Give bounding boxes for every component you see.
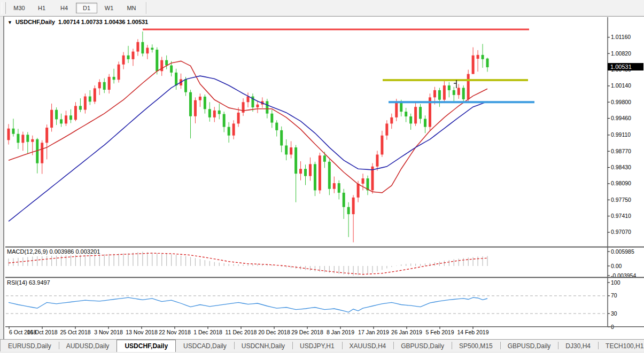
rsi-label: RSI(14) 63.9497 <box>7 279 50 286</box>
candle-down <box>113 77 115 80</box>
candle-up <box>467 74 470 99</box>
candle-up <box>7 129 10 140</box>
candle-down <box>419 107 422 119</box>
date-axis-label: 17 Jan 2019 <box>358 329 389 335</box>
candle-up <box>333 183 336 189</box>
date-axis-label: 25 Oct 2018 <box>60 329 90 335</box>
candle-down <box>89 97 91 102</box>
candle-up <box>98 82 101 89</box>
rsi-axis-label: 30 <box>611 310 617 317</box>
candle-up <box>309 164 312 176</box>
candle-up <box>362 178 364 184</box>
candle-down <box>228 127 230 136</box>
candle-down <box>275 123 278 130</box>
price-axis-label: 1.00820 <box>611 50 631 57</box>
candle-down <box>17 134 19 143</box>
candle-up <box>41 143 43 163</box>
price-axis-label: 0.98770 <box>611 148 631 154</box>
timeframe-button-d1[interactable]: D1 <box>76 3 97 13</box>
timeframe-button-h1[interactable]: H1 <box>31 3 52 13</box>
chart-tab-xauusd-h4[interactable]: XAUUSD,H4 <box>342 340 394 352</box>
candle-up <box>472 56 475 74</box>
hline-blue-support[interactable] <box>389 101 534 103</box>
candle-up <box>94 88 96 101</box>
price-axis-label: 0.98430 <box>611 164 631 170</box>
date-axis-label: 8 Jan 2019 <box>327 329 354 335</box>
date-axis-label: 14 Feb 2019 <box>457 329 489 335</box>
candle-down <box>347 207 350 214</box>
price-axis-label: 1.01160 <box>611 34 631 40</box>
macd-name: MACD(12,26,9) <box>7 248 48 255</box>
chart-tab-gbpusd-daily[interactable]: GBPUSD,Daily <box>500 340 558 352</box>
candle-down <box>323 155 326 162</box>
timeframe-button-mn[interactable]: MN <box>121 3 142 13</box>
chart-tab-usdcnh-daily[interactable]: USDCNH,Daily <box>234 340 292 352</box>
timeframe-button-h4[interactable]: H4 <box>53 3 75 13</box>
candle-down <box>69 115 72 120</box>
date-axis-label: 20 Dec 2018 <box>258 329 290 335</box>
candle-down <box>314 164 316 190</box>
chart-tab-sp500-m15[interactable]: SP500,M15 <box>452 340 500 352</box>
rsi-value: 63.9497 <box>29 279 50 286</box>
macd-main-value: 0.003986 <box>49 248 74 255</box>
candle-up <box>414 107 417 123</box>
date-axis-label: 3 Nov 2018 <box>94 329 123 335</box>
date-axis-label: 13 Nov 2018 <box>126 329 158 335</box>
chart-tab-dj30-h4[interactable]: DJ30,H4 <box>558 340 598 352</box>
candle-up <box>457 88 460 95</box>
chart-tab-usdchf-daily[interactable]: USDCHF,Daily <box>117 340 176 352</box>
candle-down <box>103 82 106 90</box>
candle-up <box>84 97 87 110</box>
chart-canvas[interactable]: 1.011601.008201.004801.001400.998000.994… <box>4 17 644 339</box>
date-axis-label: 29 Dec 2018 <box>291 329 323 335</box>
candle-up <box>118 65 120 80</box>
rsi-name: RSI(14) <box>7 279 27 286</box>
candle-down <box>482 55 484 59</box>
candle-down <box>208 109 211 117</box>
candle-up <box>352 198 355 214</box>
candle-up <box>477 55 479 59</box>
price-axis-label: 0.99110 <box>611 131 631 138</box>
pane-divider[interactable] <box>5 277 644 278</box>
price-axis-label: 0.97070 <box>611 229 631 235</box>
chart-tab-eurusd-daily[interactable]: EURUSD,Daily <box>1 340 59 352</box>
toolbar-grip-icon[interactable] <box>2 2 6 14</box>
price-axis-label: 1.00140 <box>611 82 631 89</box>
candle-down <box>270 114 273 123</box>
macd-signal-value: 0.003201 <box>75 248 100 255</box>
chart-tab-usdcad-daily[interactable]: USDCAD,Daily <box>176 340 234 352</box>
candle-up <box>390 117 393 124</box>
chart-symbol-period: USDCHF,Daily <box>15 19 55 25</box>
candle-down <box>294 147 297 174</box>
hline-resistance[interactable] <box>143 29 529 30</box>
candle-down <box>26 135 29 142</box>
date-axis-label: 1 Dec 2018 <box>193 329 222 335</box>
chart-tab-gbpusd-daily[interactable]: GBPUSD,Daily <box>393 340 452 352</box>
toolbar-separator <box>146 2 147 14</box>
chart-tab-tech100-h1[interactable]: TECH100,H1 <box>598 340 644 352</box>
macd-axis-label: 0.005985 <box>611 248 634 255</box>
candle-up <box>299 169 302 174</box>
chart-tab-bar: EURUSD,DailyAUDUSD,DailyUSDCHF,DailyUSDC… <box>0 339 644 352</box>
candle-up <box>21 135 24 143</box>
date-axis-line <box>5 326 644 327</box>
candle-up <box>319 155 321 190</box>
candle-up <box>199 97 201 100</box>
chart-tab-audusd-daily[interactable]: AUDUSD,Daily <box>59 340 117 352</box>
candle-down <box>55 110 58 120</box>
candle-down <box>156 50 158 71</box>
chart-tab-usdjpy-h1[interactable]: USDJPY,H1 <box>292 340 342 352</box>
timeframe-button-m30[interactable]: M30 <box>9 3 30 13</box>
pane-divider[interactable] <box>5 247 644 248</box>
timeframe-button-w1[interactable]: W1 <box>98 3 120 13</box>
chart-menu-caret-icon[interactable]: ▼ <box>7 20 12 25</box>
candle-down <box>328 162 331 189</box>
rsi-axis-label: 70 <box>611 292 617 299</box>
candle-down <box>266 101 268 113</box>
candle-down <box>285 145 288 154</box>
candle-down <box>189 92 192 116</box>
chart-background <box>5 17 644 338</box>
macd-label: MACD(12,26,9) 0.003986 0.003201 <box>7 248 100 255</box>
candle-up <box>45 128 48 143</box>
hline-olive-support[interactable] <box>383 79 528 81</box>
